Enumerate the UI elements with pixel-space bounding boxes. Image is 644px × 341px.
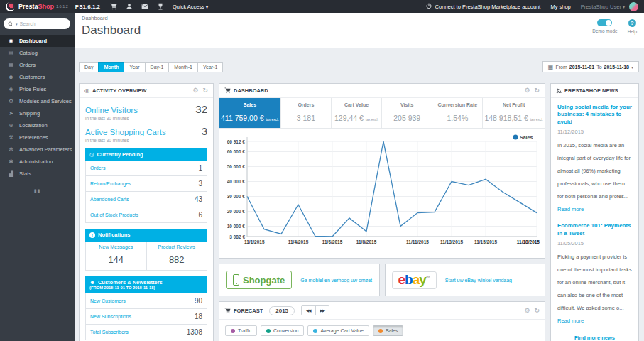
list-item: New Subscriptions18 bbox=[85, 309, 207, 325]
quick-access-menu[interactable]: Quick Access ▾ bbox=[173, 4, 208, 10]
kpi-conversion-rate-tab[interactable]: Conversion Rate1.54% bbox=[432, 98, 483, 128]
range-year-1-button[interactable]: Year-1 bbox=[197, 62, 223, 72]
sidebar-item-orders[interactable]: ▦Orders bbox=[0, 59, 75, 71]
news-article-title-link[interactable]: Using social media for your business: 4 … bbox=[557, 104, 632, 126]
sidebar-item-advanced-parameters[interactable]: ✻Advanced Parameters bbox=[0, 144, 75, 156]
range-day-button[interactable]: Day bbox=[79, 62, 99, 72]
prestashop-logo-icon[interactable] bbox=[6, 2, 15, 11]
date-to: 2015-11-18 bbox=[604, 65, 629, 70]
forecast-panel: FORECAST 2015 ◀◀ ▶▶ ⚙ ↻ Traffic Co bbox=[219, 301, 545, 341]
localization-icon: ⊕ bbox=[6, 122, 16, 129]
kpi-row: Sales411 759,00 € tax excl. Orders3 181 … bbox=[219, 98, 545, 129]
ebay-cta-link[interactable]: Start uw eBay-winkel vandaag bbox=[445, 278, 512, 283]
range-year-button[interactable]: Year bbox=[124, 62, 145, 72]
range-month-1-button[interactable]: Month-1 bbox=[168, 62, 198, 72]
svg-text:11/13/2015: 11/13/2015 bbox=[440, 239, 464, 244]
search-scope-caret[interactable]: ▾ bbox=[16, 22, 18, 26]
dashboard-panel-title: DASHBOARD bbox=[234, 87, 268, 94]
list-item: New Customers90 bbox=[85, 293, 207, 309]
new-messages-link[interactable]: New Messages bbox=[87, 244, 145, 249]
legend-sales-button[interactable]: Sales bbox=[373, 325, 404, 336]
sidebar-search[interactable]: ▾ bbox=[4, 18, 70, 29]
active-carts-caption: in the last 30 minutes bbox=[85, 138, 207, 143]
orders-icon: ▦ bbox=[6, 62, 16, 68]
sidebar-item-preferences[interactable]: ⚒Preferences bbox=[0, 131, 75, 144]
online-visitors-link[interactable]: Online Visitors bbox=[85, 106, 138, 114]
breadcrumb[interactable]: Dashboard bbox=[82, 15, 637, 21]
user-avatar[interactable] bbox=[629, 2, 638, 11]
trophy-icon[interactable] bbox=[157, 3, 164, 10]
sales-dot-icon bbox=[378, 329, 383, 333]
kpi-net-profit-tab[interactable]: Net Profit148 918,51 € tax excl. bbox=[483, 98, 545, 128]
pending-orders-link[interactable]: Orders bbox=[90, 166, 105, 170]
read-more-link[interactable]: Read more bbox=[557, 206, 584, 212]
sidebar-item-shipping[interactable]: ➤Shipping bbox=[0, 107, 75, 119]
online-visitors-caption: in the last 30 minutes bbox=[85, 116, 207, 121]
sidebar-item-administration[interactable]: ✱Administration bbox=[0, 156, 75, 168]
demo-mode-toggle[interactable] bbox=[597, 19, 612, 26]
find-more-news-link[interactable]: Find more news bbox=[557, 335, 632, 341]
svg-text:11/6/2015: 11/6/2015 bbox=[322, 239, 343, 244]
sidebar-item-customers[interactable]: ☻Customers bbox=[0, 71, 75, 83]
kpi-visits-tab[interactable]: Visits205 939 bbox=[382, 98, 432, 128]
currently-pending-header: ◷Currently Pending bbox=[85, 148, 207, 161]
new-customers-link[interactable]: New Customers bbox=[90, 298, 126, 303]
legend-conversion-button[interactable]: Conversion bbox=[261, 325, 304, 336]
gear-icon[interactable]: ⚙ bbox=[192, 87, 198, 94]
refresh-icon[interactable]: ↻ bbox=[534, 308, 540, 314]
total-subscribers-link[interactable]: Total Subscribers bbox=[90, 330, 129, 335]
kpi-cart-value-tab[interactable]: Cart Value129,44 € tax excl. bbox=[332, 98, 382, 128]
sidebar-nav: ◉Dashboard ▤Catalog ▦Orders ☻Customers ◈… bbox=[0, 35, 75, 180]
search-input[interactable] bbox=[20, 21, 59, 26]
help-label: Help bbox=[628, 29, 637, 34]
legend-average-cart-value-button[interactable]: Average Cart Value bbox=[307, 325, 369, 336]
sidebar-item-price-rules[interactable]: ◈Price Rules bbox=[0, 83, 75, 95]
refresh-icon[interactable]: ↻ bbox=[534, 87, 540, 94]
news-article-title-link[interactable]: Ecommerce 101: Payments in a Tweet bbox=[557, 222, 632, 237]
product-reviews-cell: Product Reviews882 bbox=[147, 242, 208, 271]
sidebar-item-stats[interactable]: ▟Stats bbox=[0, 168, 75, 180]
date-range-picker[interactable]: ▦ From2015-11-01 To2015-11-18 ▾ bbox=[542, 61, 639, 72]
range-day-1-button[interactable]: Day-1 bbox=[145, 62, 170, 72]
gear-icon[interactable]: ⚙ bbox=[524, 87, 530, 94]
customers-newsletters-header: ☻Customers & Newsletters (FROM 2015-11-0… bbox=[85, 276, 207, 294]
help-icon[interactable]: ? bbox=[628, 19, 636, 27]
new-subscriptions-link[interactable]: New Subscriptions bbox=[90, 314, 131, 319]
product-reviews-link[interactable]: Product Reviews bbox=[148, 244, 206, 249]
user-menu[interactable]: PrestaShop User ▾ bbox=[581, 4, 625, 10]
sidebar-item-modules[interactable]: ⚙Modules and Services bbox=[0, 95, 75, 107]
next-year-button[interactable]: ▶▶ bbox=[315, 306, 329, 315]
date-filter-row: Day Month Year Day-1 Month-1 Year-1 ▦ Fr… bbox=[79, 61, 639, 72]
dashboard-icon: ◉ bbox=[6, 38, 16, 44]
demo-mode-label: Demo mode bbox=[592, 28, 617, 33]
user-icon[interactable] bbox=[126, 3, 133, 10]
chevron-down-icon: ▾ bbox=[623, 5, 625, 9]
pending-returns-link[interactable]: Return/Exchanges bbox=[90, 181, 131, 186]
active-carts-link[interactable]: Active Shopping Carts bbox=[85, 128, 166, 136]
cart-icon[interactable] bbox=[110, 3, 117, 10]
user-icon: ☻ bbox=[89, 279, 95, 286]
sidebar-item-localization[interactable]: ⊕Localization bbox=[0, 119, 75, 131]
legend-traffic-button[interactable]: Traffic bbox=[225, 325, 257, 336]
shopgate-cta-link[interactable]: Ga mobiel en verhoog uw omzet bbox=[300, 278, 372, 283]
previous-year-button[interactable]: ◀◀ bbox=[302, 306, 315, 315]
kpi-orders-tab[interactable]: Orders3 181 bbox=[281, 98, 332, 128]
range-month-button[interactable]: Month bbox=[98, 62, 124, 72]
sidebar-item-catalog[interactable]: ▤Catalog bbox=[0, 47, 75, 59]
sidebar-collapse-button[interactable]: ▮▮ bbox=[0, 188, 75, 194]
traffic-dot-icon bbox=[231, 329, 235, 333]
gear-icon[interactable]: ⚙ bbox=[524, 308, 530, 314]
refresh-icon[interactable]: ↻ bbox=[202, 87, 208, 94]
marketplace-link[interactable]: Connect to PrestaShop Marketplace accoun… bbox=[435, 4, 541, 10]
phone-icon bbox=[233, 274, 239, 286]
clock-icon: ◷ bbox=[89, 151, 94, 158]
brand-wordmark[interactable]: PrestaShop bbox=[18, 3, 54, 10]
read-more-link[interactable]: Read more bbox=[557, 318, 584, 324]
sidebar-item-dashboard[interactable]: ◉Dashboard bbox=[0, 35, 75, 47]
abandoned-carts-link[interactable]: Abandoned Carts bbox=[90, 197, 129, 202]
mail-icon[interactable] bbox=[141, 3, 148, 10]
kpi-sales-tab[interactable]: Sales411 759,00 € tax excl. bbox=[219, 98, 281, 128]
my-shop-link[interactable]: My shop bbox=[550, 4, 570, 10]
out-of-stock-link[interactable]: Out of Stock Products bbox=[90, 212, 138, 217]
price-rules-icon: ◈ bbox=[6, 86, 16, 92]
